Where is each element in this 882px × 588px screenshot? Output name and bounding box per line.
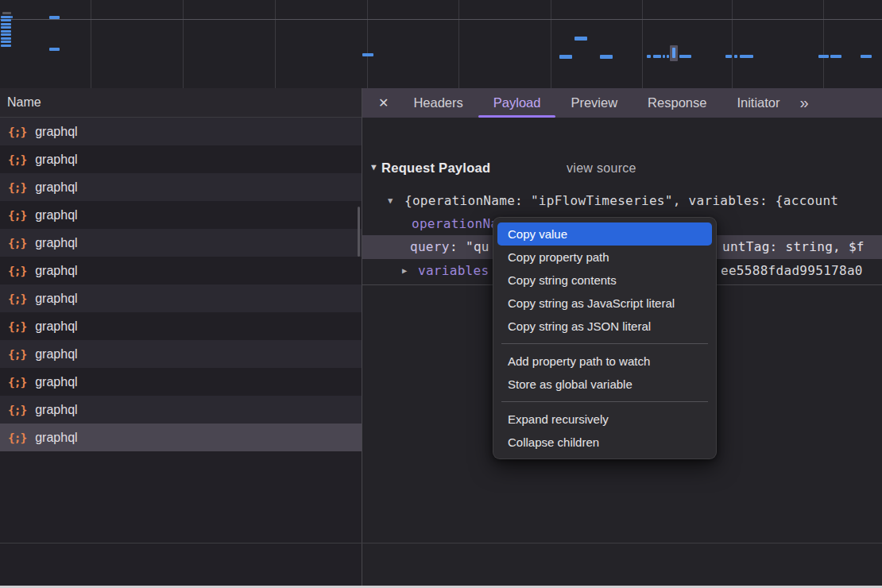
json-braces-icon: {;} [8,209,26,222]
request-name: graphql [35,403,77,417]
request-name: graphql [35,153,77,167]
resource-bar-pending [2,12,11,14]
tab-response[interactable]: Response [632,88,721,118]
selected-bar-tick [672,48,675,58]
request-row[interactable]: {;}graphql [0,340,362,368]
more-tabs-icon[interactable]: » [800,94,809,112]
request-row[interactable]: {;}graphql [0,118,362,145]
tab-initiator[interactable]: Initiator [721,88,795,118]
menu-item-copy-property-path[interactable]: Copy property path [493,246,716,269]
tab-payload[interactable]: Payload [478,88,556,118]
json-braces-icon: {;} [8,181,26,194]
requests-list-panel: Name {;}graphql{;}graphql{;}graphql{;}gr… [0,88,362,586]
resource-bar [647,55,651,58]
section-collapse-triangle-icon[interactable]: ▼ [371,162,377,172]
resource-bar [600,55,613,59]
chevron-down-icon[interactable]: ▼ [388,189,393,212]
request-name: graphql [35,264,77,278]
request-row[interactable]: {;}graphql [0,201,362,229]
request-row[interactable]: {;}graphql [0,145,362,173]
json-braces-icon: {;} [8,153,26,166]
json-braces-icon: {;} [8,265,26,277]
resource-bar [663,55,665,58]
chevron-right-icon[interactable]: ▶ [402,259,408,282]
resource-bar [725,55,732,58]
menu-item-expand-recursively[interactable]: Expand recursively [493,408,716,431]
request-row[interactable]: {;}graphql [0,284,362,312]
json-braces-icon: {;} [8,237,26,250]
json-braces-icon: {;} [8,320,26,333]
menu-item-copy-string-contents[interactable]: Copy string contents [493,269,716,292]
request-row[interactable]: {;}graphql [0,396,362,424]
request-row[interactable]: {;}graphql [0,229,362,257]
json-braces-icon: {;} [8,376,26,389]
grid-line [823,0,824,88]
request-row[interactable]: {;}graphql [0,173,362,201]
property-key: query [410,235,450,259]
menu-item-add-property-path-to-watch[interactable]: Add property path to watch [493,350,716,373]
json-braces-icon: {;} [8,126,26,138]
tab-headers[interactable]: Headers [398,88,478,118]
bottom-divider [0,543,882,544]
tabs: HeadersPayloadPreviewResponseInitiator [398,88,795,118]
request-row[interactable]: {;}graphql [0,368,362,396]
menu-item-copy-value[interactable]: Copy value [497,222,712,246]
resource-bar [1,37,11,40]
resource-bar [1,23,11,25]
name-column-label: Name [7,95,41,109]
grid-line [183,0,184,88]
menu-item-collapse-children[interactable]: Collapse children [493,431,716,454]
resource-bar [818,55,829,58]
resource-bar [679,55,691,58]
resource-bar [830,55,841,58]
resource-bar [11,16,13,18]
network-overview-timeline[interactable] [0,0,882,88]
query-string-right-fragment: untTag: string, $f [722,235,865,259]
name-column-header[interactable]: Name [0,88,362,118]
request-row[interactable]: {;}graphql [0,257,362,284]
grid-line [551,0,551,88]
menu-item-copy-string-as-javascript-literal[interactable]: Copy string as JavaScript literal [493,292,716,315]
resource-bar [559,55,572,59]
menu-separator [501,343,708,344]
json-braces-icon: {;} [8,348,26,361]
context-menu: Copy valueCopy property pathCopy string … [493,217,717,459]
grid-line [367,0,368,88]
grid-line [642,0,643,88]
resource-bar [1,16,11,18]
resource-bar [861,55,872,58]
resource-bar [574,37,587,41]
grid-line [732,0,733,88]
view-source-link[interactable]: view source [567,161,636,176]
json-braces-icon: {;} [8,292,26,305]
payload-preview-row[interactable]: ▼ {operationName: "ipFlowTimeseries", va… [362,189,882,212]
request-rows: {;}graphql{;}graphql{;}graphql{;}graphql… [0,118,362,451]
json-braces-icon: {;} [8,431,26,444]
property-key: variables [418,259,489,282]
details-tab-bar: ✕ HeadersPayloadPreviewResponseInitiator… [362,88,882,118]
resource-bar [49,48,60,51]
request-name: graphql [35,292,77,306]
resource-bar [1,19,11,21]
scrollbar-thumb[interactable] [358,207,360,257]
json-braces-icon: {;} [8,404,26,416]
request-name: graphql [35,319,77,334]
menu-item-copy-string-as-json-literal[interactable]: Copy string as JSON literal [493,315,716,338]
request-name: graphql [35,431,77,445]
resource-bar [1,41,11,43]
grid-line [0,19,882,20]
devtools-network-panel: Name {;}graphql{;}graphql{;}graphql{;}gr… [0,0,882,588]
tab-preview[interactable]: Preview [555,88,632,118]
resource-bar [1,30,11,33]
query-string-left-fragment: "qu [466,235,489,259]
grid-line [275,0,276,88]
resource-bar [1,26,11,29]
request-name: graphql [35,236,77,250]
request-name: graphql [35,375,77,389]
request-row[interactable]: {;}graphql [0,312,362,340]
close-icon[interactable]: ✕ [378,95,389,110]
grid-line [458,0,459,88]
request-row[interactable]: {;}graphql [0,424,362,451]
grid-line [91,0,91,88]
menu-item-store-as-global-variable[interactable]: Store as global variable [493,373,716,396]
